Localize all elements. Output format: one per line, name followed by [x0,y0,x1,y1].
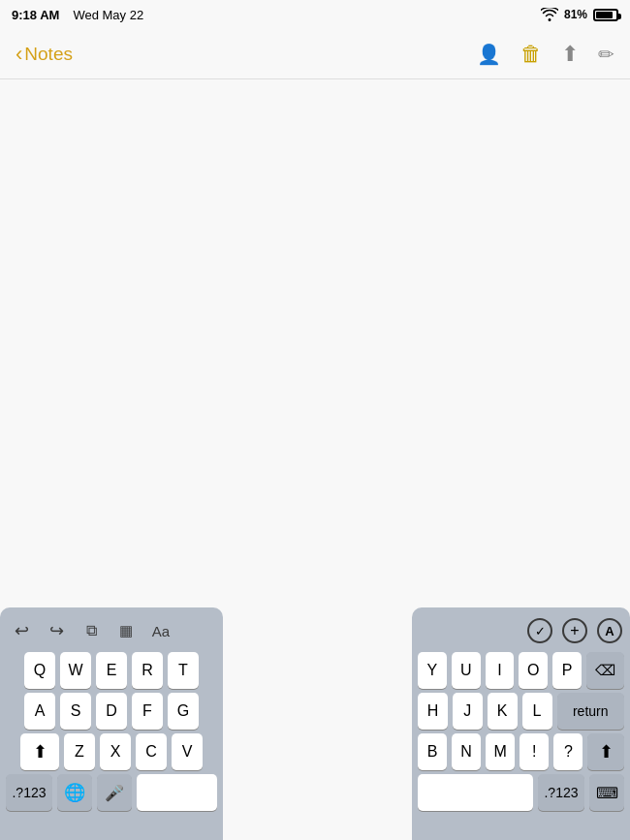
key-f[interactable]: F [132,693,163,730]
key-l[interactable]: L [522,693,552,730]
status-bar: 9:18 AM Wed May 22 81% [0,0,630,29]
wifi-icon [541,8,558,21]
key-exclaim[interactable]: ! [520,733,549,770]
status-date: Wed May 22 [73,8,143,22]
key-p[interactable]: P [552,652,582,689]
status-time: 9:18 AM [12,8,59,22]
numbers-right-button[interactable]: .?123 [538,774,584,811]
key-u[interactable]: U [452,652,481,689]
key-row-r1: Y U I O P ⌫ [416,652,626,689]
key-row-3: ⬆ Z X C V [4,733,219,770]
plus-circle-button[interactable]: + [562,618,587,643]
trash-icon[interactable]: 🗑 [520,42,542,67]
mic-button[interactable]: 🎤 [97,774,132,811]
key-q[interactable]: Q [24,652,55,689]
check-circle-button[interactable]: ✓ [527,618,552,643]
keyboard-dismiss-button[interactable]: ⌨ [589,774,624,811]
marker-circle-button[interactable]: A [597,618,622,643]
nav-left: ‹ Notes [16,44,73,65]
nav-bar: ‹ Notes 👤 🗑 ⬆ ✏ [0,29,630,79]
back-label: Notes [24,44,73,65]
undo-button[interactable]: ↩ [8,617,35,644]
delete-button[interactable]: ⌫ [586,652,624,689]
copy-button[interactable]: ⧉ [78,617,105,644]
key-row-r3: B N M ! ? ⬆ [416,733,626,770]
key-x[interactable]: X [100,733,131,770]
keyboard-toolbar-left: ↩ ↪ ⧉ ▦ Aa [4,613,219,648]
key-row-r4: .?123 ⌨ [416,774,626,811]
key-z[interactable]: Z [64,733,95,770]
battery-indicator [593,9,618,21]
key-g[interactable]: G [168,693,199,730]
status-right: 81% [541,8,618,21]
compose-icon[interactable]: ✏ [598,43,614,66]
key-h[interactable]: H [418,693,448,730]
collaborator-icon[interactable]: 👤 [477,43,501,66]
share-icon[interactable]: ⬆ [561,42,579,67]
key-i[interactable]: I [486,652,515,689]
space-bar-left[interactable] [137,774,217,811]
key-e[interactable]: E [96,652,127,689]
key-v[interactable]: V [172,733,203,770]
key-row-r2: H J K L return [416,693,626,730]
keyboard-toolbar-right: ✓ + A [416,613,626,648]
back-chevron-icon: ‹ [16,44,22,65]
table-button[interactable]: ▦ [112,617,140,644]
numbers-button[interactable]: .?123 [6,774,52,811]
key-c[interactable]: C [136,733,167,770]
redo-button[interactable]: ↪ [43,617,70,644]
key-w[interactable]: W [60,652,91,689]
key-question[interactable]: ? [553,733,583,770]
shift-right-button[interactable]: ⬆ [587,733,624,770]
back-button[interactable]: ‹ Notes [16,44,73,65]
format-button[interactable]: Aa [147,617,174,644]
main-content[interactable]: ↩ ↪ ⧉ ▦ Aa Q W E R T A S D F G [0,79,630,840]
key-a[interactable]: A [24,693,55,730]
key-t[interactable]: T [168,652,199,689]
key-s[interactable]: S [60,693,91,730]
key-b[interactable]: B [418,733,447,770]
nav-right: 👤 🗑 ⬆ ✏ [477,42,614,67]
keyboards-container: ↩ ↪ ⧉ ▦ Aa Q W E R T A S D F G [0,607,630,840]
keyboard-right: ✓ + A Y U I O P ⌫ H J K L return [412,607,630,840]
key-o[interactable]: O [519,652,548,689]
key-n[interactable]: N [452,733,481,770]
return-button[interactable]: return [557,693,624,730]
battery-icon: 81% [564,8,587,21]
key-m[interactable]: M [486,733,515,770]
key-y[interactable]: Y [418,652,447,689]
space-bar-right[interactable] [418,774,533,811]
key-j[interactable]: J [453,693,483,730]
key-k[interactable]: K [488,693,518,730]
key-d[interactable]: D [96,693,127,730]
key-r[interactable]: R [132,652,163,689]
globe-button[interactable]: 🌐 [57,774,92,811]
keyboard-left: ↩ ↪ ⧉ ▦ Aa Q W E R T A S D F G [0,607,223,840]
key-row-2: A S D F G [4,693,219,730]
key-row-4: .?123 🌐 🎤 [4,774,219,811]
key-row-1: Q W E R T [4,652,219,689]
shift-button[interactable]: ⬆ [20,733,59,770]
